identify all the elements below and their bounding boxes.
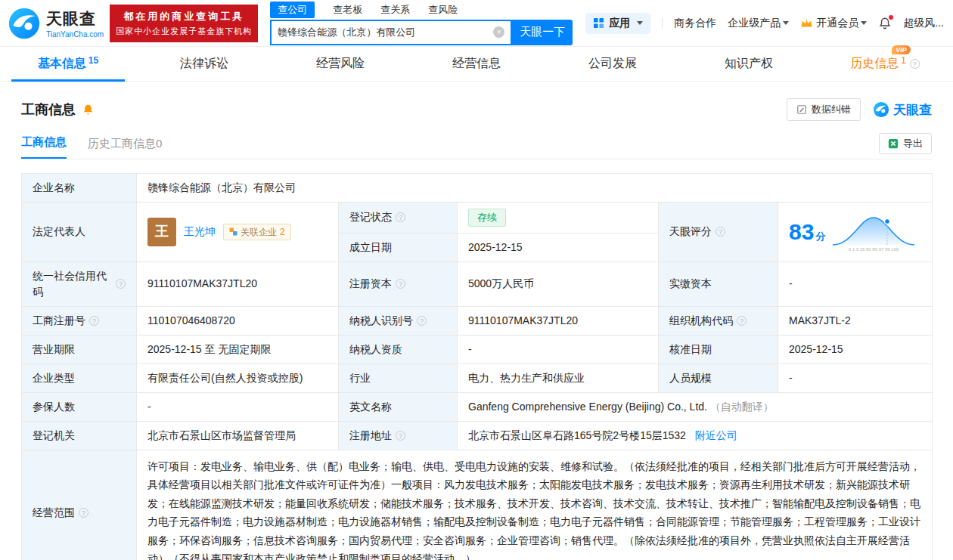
score-label: 天眼评分: [659, 203, 778, 262]
tab-count: 1: [901, 55, 906, 66]
tianyancha-company-page: 天眼查 TianYanCha.com 都在用的商业查询工具 国家中小企业发展子基…: [0, 0, 953, 560]
staff-size-label: 人员规模: [659, 364, 778, 392]
brand-name: 天眼查: [46, 8, 104, 29]
search-input-wrap: ×: [270, 20, 512, 45]
menu-vip[interactable]: 开通会员: [800, 17, 867, 30]
tianyancha-logo[interactable]: 天眼查 TianYanCha.com: [8, 7, 104, 40]
tab-history-info[interactable]: 历史信息 1 VIP: [817, 47, 953, 81]
tab-basic-info[interactable]: 基本信息 15: [0, 47, 136, 81]
company-nav-tabs: 基本信息 15 法律诉讼 经营风险 经营信息 公司发展 知识产权 历史信息 1 …: [0, 47, 953, 82]
tab-intellectual-property[interactable]: 知识产权: [681, 47, 817, 81]
apps-grid-icon: [593, 17, 604, 29]
clear-icon[interactable]: ×: [493, 26, 504, 38]
table-row: 经营范围 许可项目：发电业务、输电业务、供（配）电业务；输电、供电、受电电力设施…: [22, 450, 933, 560]
search-input[interactable]: [278, 26, 493, 38]
help-icon[interactable]: [716, 227, 725, 237]
tab-label: 公司发展: [588, 56, 637, 72]
help-icon[interactable]: [396, 279, 405, 289]
search-button[interactable]: 天眼一下: [512, 20, 573, 45]
table-row: 企业类型 有限责任公司(自然人投资或控股) 行业 电力、热力生产和供应业 人员规…: [22, 364, 933, 392]
tab-label: 经营信息: [452, 56, 501, 72]
table-row: 工商注册号 110107046408720 纳税人识别号 91110107MAK…: [22, 306, 933, 335]
related-label: 关联企业: [241, 225, 277, 239]
help-icon[interactable]: [910, 59, 920, 69]
subtab-history-business-info[interactable]: 历史工商信息0: [88, 137, 162, 159]
org-code-label: 组织机构代码: [659, 306, 778, 335]
help-icon[interactable]: [396, 212, 405, 222]
menu-apps[interactable]: 应用: [585, 13, 650, 34]
section-title: 工商信息: [21, 101, 76, 119]
section-head: 工商信息 数据纠错: [21, 98, 932, 121]
business-term-label: 营业期限: [22, 335, 137, 364]
help-icon[interactable]: [417, 316, 427, 326]
section-head-right: 数据纠错 天眼查: [787, 98, 932, 121]
table-row: 法定代表人 王 王光坤 关联企业 2: [22, 203, 933, 234]
org-code-value: MAK37JTL-2: [778, 306, 933, 335]
reg-address-cell: 北京市石景山区阜石路165号院2号楼15层1532 附近公司: [458, 421, 933, 450]
business-scope-value: 许可项目：发电业务、输电业务、供（配）电业务；输电、供电、受电电力设施的安装、维…: [137, 450, 933, 560]
help-icon[interactable]: [737, 316, 747, 326]
tab-count: 15: [88, 55, 98, 66]
chevron-down-icon: [637, 21, 643, 25]
tianyan-score[interactable]: 83分 0 1 3 15 50 85 97 99 100: [789, 212, 921, 252]
crown-icon: [800, 17, 813, 29]
slogan-banner: 都在用的商业查询工具 国家中小企业发展子基金旗下机构: [110, 5, 258, 42]
nearby-companies-link[interactable]: 附近公司: [695, 429, 737, 441]
top-menu: 应用 商务合作 企业级产品 开通会员: [585, 13, 944, 34]
tab-label: 法律诉讼: [180, 56, 228, 72]
export-label: 导出: [903, 137, 923, 150]
related-companies-badge[interactable]: 关联企业 2: [223, 224, 291, 240]
legal-rep-label: 法定代表人: [22, 203, 137, 262]
tab-label: 历史信息: [850, 56, 899, 72]
subtab-business-info[interactable]: 工商信息: [21, 135, 67, 159]
tab-label: 基本信息: [38, 56, 86, 72]
table-row: 统一社会信用代码 91110107MAK37JTL20 注册资本 5000万人民…: [22, 261, 933, 306]
reg-address-label: 注册地址: [339, 421, 458, 450]
subtabs-row: 工商信息 历史工商信息0 导出: [21, 133, 932, 159]
score-chart-ticks: 0 1 3 15 50 85 97 99 100: [849, 247, 899, 252]
search-tab-relation[interactable]: 查关系: [380, 3, 410, 17]
menu-super-risk[interactable]: 超级风...: [903, 17, 944, 30]
export-button[interactable]: 导出: [879, 133, 932, 154]
tab-label: 经营风险: [316, 56, 365, 72]
company-type-value: 有限责任公司(自然人投资或控股): [137, 364, 339, 392]
reg-capital-value: 5000万人民币: [458, 261, 659, 306]
legal-rep-cell: 王 王光坤 关联企业 2: [137, 203, 339, 262]
help-icon[interactable]: [396, 431, 405, 441]
reg-authority-label: 登记机关: [22, 421, 137, 450]
tab-operation-risk[interactable]: 经营风险: [272, 47, 408, 81]
search-area: 查公司 查老板 查关系 查风险 × 天眼一下: [270, 2, 573, 45]
tab-legal-litigation[interactable]: 法律诉讼: [136, 47, 272, 81]
menu-enterprise[interactable]: 企业级产品: [728, 17, 789, 30]
legal-rep-name-link[interactable]: 王光坤: [184, 224, 216, 240]
help-icon[interactable]: [116, 279, 126, 289]
table-row: 登记机关 北京市石景山区市场监督管理局 注册地址 北京市石景山区阜石路165号院…: [22, 421, 933, 450]
reg-no-label: 工商注册号: [22, 306, 137, 335]
industry-label: 行业: [339, 364, 458, 392]
score-value: 83: [789, 219, 814, 244]
vip-badge: VIP: [892, 45, 911, 54]
menu-cooperation[interactable]: 商务合作: [674, 17, 716, 30]
legal-rep-avatar[interactable]: 王: [147, 218, 176, 246]
help-icon[interactable]: [79, 508, 88, 518]
top-header: 天眼查 TianYanCha.com 都在用的商业查询工具 国家中小企业发展子基…: [0, 0, 953, 47]
table-row: 营业期限 2025-12-15 至 无固定期限 纳税人资质 - 核准日期 202…: [22, 335, 933, 364]
insured-count-value: -: [137, 392, 339, 421]
industry-value: 电力、热力生产和供应业: [458, 364, 659, 392]
help-icon[interactable]: [89, 316, 99, 326]
tab-operation-info[interactable]: 经营信息: [408, 47, 545, 81]
data-correction-button[interactable]: 数据纠错: [787, 98, 861, 121]
related-count: 2: [280, 225, 285, 239]
search-tab-risk[interactable]: 查风险: [428, 3, 458, 17]
related-icon: [229, 227, 237, 236]
logo-text: 天眼查 TianYanCha.com: [46, 8, 104, 39]
tab-company-development[interactable]: 公司发展: [545, 47, 681, 81]
subscribe-bell-icon[interactable]: [82, 104, 95, 116]
taxpayer-id-label: 纳税人识别号: [339, 306, 458, 335]
notification-bell-icon[interactable]: [878, 17, 892, 30]
reg-status-label: 登记状态: [339, 203, 458, 234]
search-tab-company[interactable]: 查公司: [270, 2, 315, 18]
search-tab-boss[interactable]: 查老板: [333, 3, 362, 17]
notification-dot: [889, 15, 893, 20]
company-name-value: 赣锋综合能源（北京）有限公司: [137, 174, 933, 203]
